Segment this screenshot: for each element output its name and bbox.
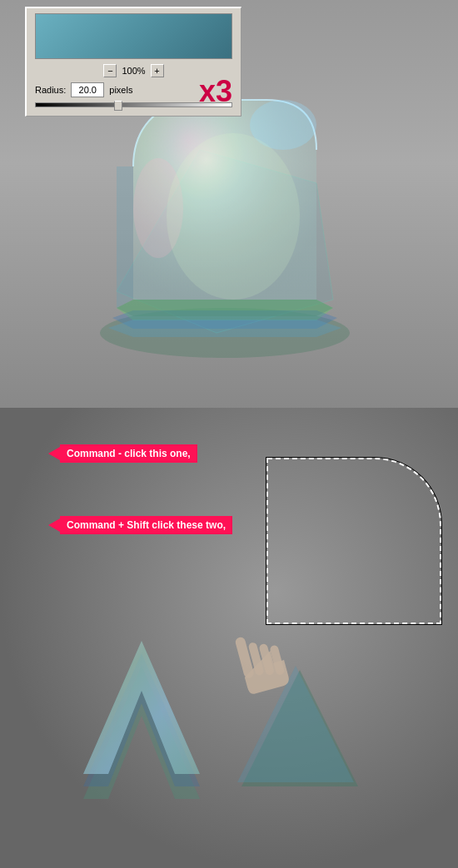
bottom-3d-render	[0, 408, 458, 868]
svg-point-3	[167, 133, 300, 300]
zoom-value: 100%	[122, 66, 145, 76]
slider-thumb[interactable]	[114, 101, 122, 111]
annotation-arrow-1	[48, 447, 60, 460]
annotation-text-2: Command + Shift click these two,	[60, 516, 232, 534]
pixels-label: pixels	[109, 85, 132, 95]
radius-row: Radius: pixels x3	[35, 82, 232, 97]
zoom-in-button[interactable]: +	[151, 64, 164, 77]
annotation-arrow-2	[48, 518, 60, 532]
blur-dialog: − 100% + Radius: pixels x3	[25, 7, 241, 117]
radius-slider[interactable]	[35, 102, 232, 107]
annotation-text-1: Command - click this one,	[60, 444, 197, 463]
svg-rect-5	[0, 408, 458, 868]
3d-object-svg	[67, 83, 383, 383]
bottom-section: ⬡ Gradient Overlay 👁 A3 ⬡ Effects ⬡ Grad…	[0, 408, 458, 868]
zoom-out-button[interactable]: −	[103, 64, 117, 77]
radius-label: Radius:	[35, 85, 66, 95]
dialog-preview	[35, 13, 232, 59]
annotation-shift-click: Command + Shift click these two,	[48, 516, 232, 534]
radius-input[interactable]	[71, 82, 104, 97]
slider-row	[35, 102, 232, 107]
annotation-command-click: Command - click this one,	[48, 444, 197, 463]
top-section: − 100% + Radius: pixels x3	[0, 0, 458, 408]
3d-object	[67, 83, 383, 383]
bottom-3d-svg	[0, 408, 458, 868]
